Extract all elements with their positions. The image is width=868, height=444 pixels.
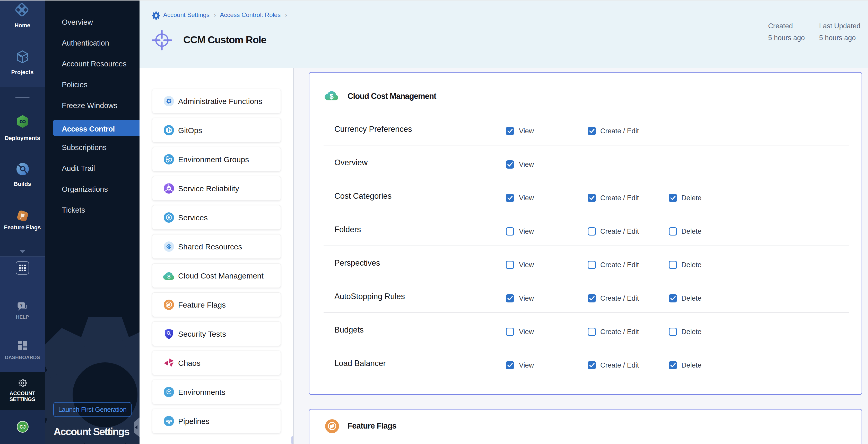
svg-text:∞: ∞: [19, 116, 26, 126]
svg-text:$: $: [330, 92, 334, 100]
svg-text:$: $: [167, 273, 170, 280]
svg-text:?: ?: [20, 303, 22, 307]
